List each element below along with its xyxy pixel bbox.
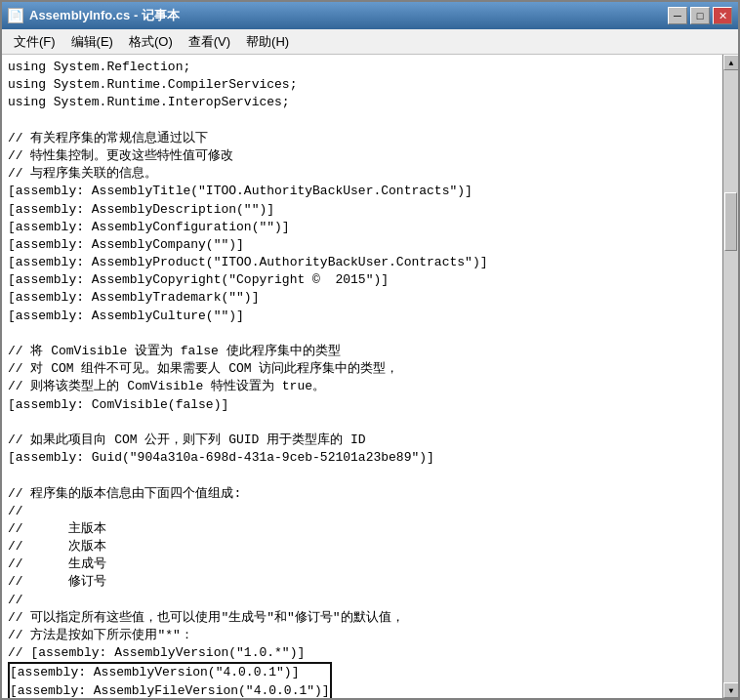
window-title: AssemblyInfo.cs - 记事本: [29, 7, 180, 24]
menu-file[interactable]: 文件(F): [6, 31, 63, 53]
menu-format[interactable]: 格式(O): [121, 31, 181, 53]
title-buttons: ─ □ ✕: [668, 7, 732, 24]
menu-view[interactable]: 查看(V): [181, 31, 238, 53]
title-bar-left: 📄 AssemblyInfo.cs - 记事本: [8, 7, 180, 24]
maximize-button[interactable]: □: [690, 7, 710, 24]
app-icon: 📄: [8, 8, 23, 23]
title-bar: 📄 AssemblyInfo.cs - 记事本 ─ □ ✕: [2, 2, 738, 29]
menu-help[interactable]: 帮助(H): [238, 31, 297, 53]
vertical-scrollbar[interactable]: ▲ ▼: [722, 55, 738, 698]
menu-edit[interactable]: 编辑(E): [63, 31, 121, 53]
scrollbar-track[interactable]: [723, 70, 738, 682]
scroll-down-button[interactable]: ▼: [723, 682, 738, 698]
code-content: using System.Reflection; using System.Ru…: [8, 59, 717, 698]
scroll-up-button[interactable]: ▲: [723, 55, 738, 70]
minimize-button[interactable]: ─: [668, 7, 687, 24]
close-button[interactable]: ✕: [713, 7, 732, 24]
scrollbar-thumb[interactable]: [724, 192, 737, 251]
menu-bar: 文件(F) 编辑(E) 格式(O) 查看(V) 帮助(H): [2, 29, 738, 55]
content-area: using System.Reflection; using System.Ru…: [2, 55, 738, 698]
notepad-window: 📄 AssemblyInfo.cs - 记事本 ─ □ ✕ 文件(F) 编辑(E…: [0, 0, 740, 700]
text-editor[interactable]: using System.Reflection; using System.Ru…: [2, 55, 722, 698]
